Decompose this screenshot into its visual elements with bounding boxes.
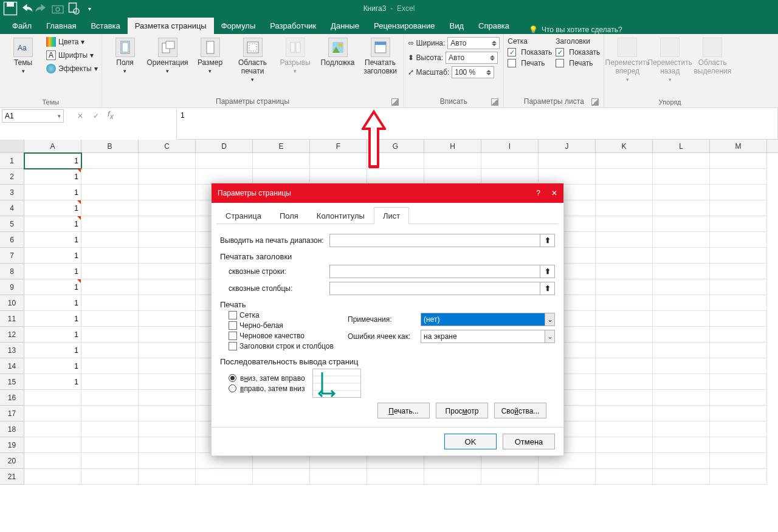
col-header[interactable]: H [424, 140, 481, 152]
row-header[interactable]: 3 [0, 185, 24, 200]
cell[interactable] [196, 153, 253, 169]
width-input[interactable]: Авто [447, 37, 500, 49]
height-input[interactable]: Авто [446, 52, 498, 64]
cell[interactable] [196, 469, 253, 485]
cell[interactable] [24, 390, 81, 406]
cell[interactable] [81, 327, 139, 343]
cell[interactable] [596, 343, 653, 358]
cell[interactable] [653, 200, 710, 216]
col-header[interactable]: F [310, 140, 367, 152]
row-header[interactable]: 5 [0, 216, 24, 232]
scale-input[interactable]: 100 % [452, 66, 494, 78]
save-icon[interactable] [3, 1, 18, 16]
cell[interactable] [139, 327, 196, 343]
preview-button[interactable]: Просмотр [436, 403, 488, 418]
cell[interactable] [596, 437, 653, 453]
cell[interactable] [81, 437, 139, 453]
cell[interactable] [139, 469, 196, 485]
cell[interactable] [710, 453, 767, 469]
cell[interactable] [81, 358, 139, 374]
headings-print-check[interactable]: Печать [556, 58, 600, 68]
cell[interactable]: 1 [24, 295, 81, 311]
cell[interactable] [710, 406, 767, 421]
cell[interactable] [596, 295, 653, 311]
cell[interactable] [653, 437, 710, 453]
cell[interactable] [653, 453, 710, 469]
cell[interactable]: 1 [24, 232, 81, 248]
formula-bar[interactable]: 1 [176, 108, 778, 140]
cell[interactable] [710, 421, 767, 437]
cell[interactable] [539, 153, 596, 169]
row-header[interactable]: 15 [0, 374, 24, 390]
cell[interactable] [139, 232, 196, 248]
undo-icon[interactable] [19, 1, 33, 16]
black-white-checkbox[interactable]: Черно-белая [229, 321, 348, 330]
fonts-button[interactable]: AШрифты ▾ [46, 50, 98, 61]
col-header[interactable]: M [710, 140, 767, 152]
cell[interactable] [310, 469, 367, 485]
cell[interactable] [424, 153, 481, 169]
cell[interactable] [24, 421, 81, 437]
errors-dropdown[interactable]: на экране⌄ [421, 330, 555, 343]
tab-view[interactable]: Вид [442, 18, 471, 34]
cell[interactable] [81, 200, 139, 216]
enter-formula-icon[interactable]: ✓ [89, 109, 103, 123]
row-header[interactable]: 6 [0, 232, 24, 248]
headings-view-check[interactable]: Показать [556, 47, 600, 57]
cell[interactable]: 1 [24, 200, 81, 216]
col-header[interactable]: G [367, 140, 424, 152]
close-button[interactable]: ✕ [551, 189, 557, 197]
order-down-over-radio[interactable]: вниз, затем вправо [229, 374, 305, 383]
name-box[interactable]: A1▾ [2, 109, 64, 123]
cell[interactable] [653, 279, 710, 295]
colors-button[interactable]: Цвета ▾ [46, 36, 98, 47]
sheet-launcher[interactable] [591, 98, 599, 106]
cell[interactable] [596, 248, 653, 264]
row-header[interactable]: 4 [0, 200, 24, 216]
cell[interactable] [710, 343, 767, 358]
redo-icon[interactable] [35, 1, 49, 16]
tell-me-search[interactable]: 💡 Что вы хотите сделать? [529, 26, 622, 34]
cell[interactable] [253, 469, 310, 485]
cell[interactable] [710, 327, 767, 343]
cell[interactable] [139, 358, 196, 374]
properties-button[interactable]: Свойства... [494, 403, 546, 418]
col-header[interactable]: J [539, 140, 596, 152]
cell[interactable] [81, 311, 139, 327]
qat-customize-icon[interactable]: ▾ [82, 1, 97, 16]
cell[interactable]: 1 [24, 169, 81, 185]
row-header[interactable]: 20 [0, 453, 24, 469]
cell[interactable] [596, 358, 653, 374]
cell[interactable] [81, 216, 139, 232]
cell[interactable] [710, 390, 767, 406]
cell[interactable] [24, 469, 81, 485]
cell[interactable] [81, 279, 139, 295]
size-button[interactable]: Размер▾ [191, 36, 230, 75]
cell[interactable] [653, 469, 710, 485]
col-header[interactable]: E [253, 140, 310, 152]
cell[interactable] [539, 469, 596, 485]
cell[interactable] [653, 358, 710, 374]
background-button[interactable]: Подложка [318, 36, 357, 68]
dialog-tab-headerfooter[interactable]: Колонтитулы [308, 207, 374, 224]
cell[interactable] [596, 390, 653, 406]
cell[interactable] [596, 279, 653, 295]
cell[interactable] [481, 153, 539, 169]
cell[interactable] [653, 374, 710, 390]
cell[interactable] [710, 232, 767, 248]
cell[interactable] [596, 421, 653, 437]
fx-icon[interactable]: fx [108, 109, 114, 121]
row-header[interactable]: 9 [0, 279, 24, 295]
cell[interactable] [81, 406, 139, 421]
tab-home[interactable]: Главная [39, 18, 83, 34]
cell[interactable] [653, 232, 710, 248]
cell[interactable] [81, 374, 139, 390]
breaks-button[interactable]: Разрывы▾ [276, 36, 315, 75]
cell[interactable] [710, 311, 767, 327]
cancel-formula-icon[interactable]: ✕ [74, 109, 87, 123]
cell[interactable] [653, 264, 710, 279]
cell[interactable] [596, 406, 653, 421]
cell[interactable] [81, 453, 139, 469]
cell[interactable] [596, 200, 653, 216]
col-header[interactable]: K [596, 140, 653, 152]
